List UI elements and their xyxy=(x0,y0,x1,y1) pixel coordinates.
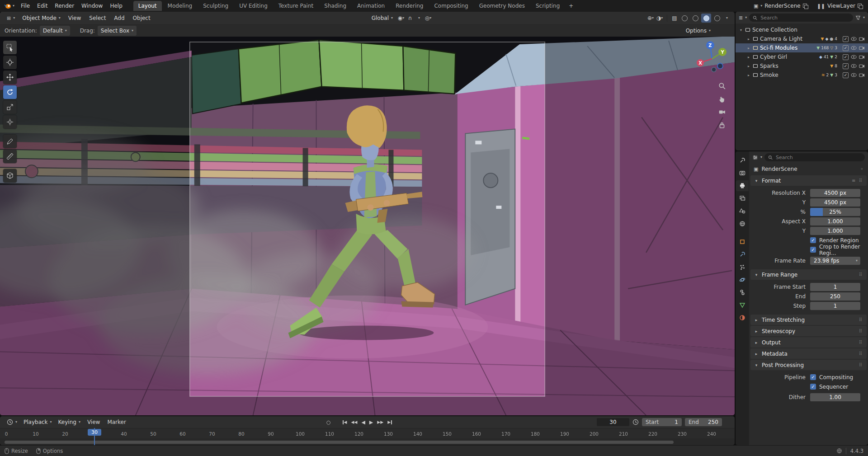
panel-menu-icon[interactable]: ⠿ xyxy=(859,272,863,277)
frame-end-field[interactable]: 250 xyxy=(810,292,860,301)
viewport-menu-view[interactable]: View xyxy=(65,14,85,23)
render-region-checkbox[interactable]: ✓ xyxy=(810,237,816,243)
frame-step-field[interactable]: 1 xyxy=(810,302,860,310)
expand-icon[interactable]: ▸ xyxy=(746,73,751,77)
format-panel-header[interactable]: ▾ Format ≡ ⠿ xyxy=(750,175,867,186)
shading-material-button[interactable] xyxy=(701,14,711,23)
hide-eye-icon[interactable] xyxy=(851,73,857,77)
viewport-menu-object[interactable]: Object xyxy=(129,14,154,23)
play-reverse-button[interactable]: ◀ xyxy=(361,419,365,425)
orientation-dropdown[interactable]: Default▾ xyxy=(40,26,70,36)
tab-scene-properties[interactable] xyxy=(736,206,749,216)
frame-start-field[interactable]: 1 xyxy=(810,283,860,291)
tab-physics-properties[interactable] xyxy=(736,274,749,285)
collection-row-smoke[interactable]: ▸ Smoke ≋ 2 ▼ 3 ✓ xyxy=(736,71,868,80)
tab-modeling[interactable]: Modeling xyxy=(163,1,198,11)
tab-layout[interactable]: Layout xyxy=(133,1,162,11)
expand-icon[interactable]: ▸ xyxy=(746,55,751,59)
proportional-editing-dropdown[interactable]: ◎▾ xyxy=(424,14,432,23)
timeline-editor-type-button[interactable]: ▾ xyxy=(4,418,20,426)
pin-icon[interactable]: ◦ xyxy=(860,166,863,172)
hide-eye-icon[interactable] xyxy=(851,64,857,68)
menu-render[interactable]: Render xyxy=(51,1,78,10)
tool-select-box-button[interactable] xyxy=(3,41,17,54)
dither-field[interactable]: 1.00 xyxy=(810,393,860,401)
aspect-x-field[interactable]: 1.000 xyxy=(810,217,860,226)
keying-menu[interactable]: Keying▾ xyxy=(55,418,84,426)
exclude-checkbox[interactable]: ✓ xyxy=(843,36,849,42)
exclude-checkbox[interactable]: ✓ xyxy=(843,63,849,69)
tool-scale-button[interactable] xyxy=(3,100,17,114)
tab-output-properties[interactable] xyxy=(736,180,749,191)
filter-icon[interactable] xyxy=(855,15,861,20)
drag-dropdown[interactable]: Select Box▾ xyxy=(98,26,137,36)
panel-menu-icon[interactable]: ≡ ⠿ xyxy=(852,178,863,183)
view-layer-name[interactable]: ViewLayer xyxy=(827,3,855,9)
preview-range-icon[interactable] xyxy=(632,419,639,425)
aspect-y-field[interactable]: 1.000 xyxy=(810,227,860,235)
stereoscopy-header[interactable]: ▸Stereoscopy⠿ xyxy=(750,326,867,336)
panel-menu-icon[interactable]: ⠿ xyxy=(859,340,863,345)
disable-render-camera-icon[interactable] xyxy=(859,37,865,41)
lock-view-icon[interactable] xyxy=(718,122,726,129)
tab-object-properties[interactable] xyxy=(736,236,749,247)
tab-sculpting[interactable]: Sculpting xyxy=(198,1,233,11)
menu-help[interactable]: Help xyxy=(106,1,126,10)
expand-icon[interactable]: ▾ xyxy=(739,28,743,32)
panel-menu-icon[interactable]: ⠿ xyxy=(859,329,863,334)
tab-shading[interactable]: Shading xyxy=(319,1,351,11)
frame-range-panel-header[interactable]: ▾ Frame Range ⠿ xyxy=(750,269,867,280)
menu-edit[interactable]: Edit xyxy=(33,1,51,10)
collection-row-camera-light[interactable]: ▸ Camera & Light ▼ ◆ ● 4 ✓ xyxy=(736,34,868,43)
breadcrumb-scene-name[interactable]: RenderScene xyxy=(761,166,797,172)
mode-dropdown[interactable]: Object Mode▾ xyxy=(19,14,64,22)
properties-editor-icon[interactable] xyxy=(752,155,758,160)
transform-orientation-dropdown[interactable]: Global▾ xyxy=(368,14,396,22)
output-header[interactable]: ▸Output⠿ xyxy=(750,337,867,348)
next-keyframe-button[interactable]: ▶▶ xyxy=(377,420,383,424)
tab-object-data-properties[interactable] xyxy=(736,300,749,310)
navigation-gizmo[interactable]: Z Y X xyxy=(694,39,730,75)
exclude-checkbox[interactable]: ✓ xyxy=(843,45,849,51)
tab-texture-paint[interactable]: Texture Paint xyxy=(274,1,318,11)
panel-menu-icon[interactable]: ⠿ xyxy=(859,362,863,367)
hide-eye-icon[interactable] xyxy=(851,46,857,50)
timeline-scrollbar[interactable] xyxy=(5,441,674,444)
auto-keying-button[interactable]: ○ xyxy=(326,419,331,425)
tab-animation[interactable]: Animation xyxy=(352,1,390,11)
tab-scripting[interactable]: Scripting xyxy=(531,1,565,11)
tab-material-properties[interactable] xyxy=(736,312,749,323)
tab-view-layer-properties[interactable] xyxy=(736,193,749,204)
blender-menu-button[interactable]: ▾ xyxy=(4,3,14,9)
disable-render-camera-icon[interactable] xyxy=(859,64,865,68)
start-frame-field[interactable]: Start1 xyxy=(642,418,682,426)
scene-collection-row[interactable]: ▾ Scene Collection xyxy=(736,25,868,34)
tab-constraint-properties[interactable] xyxy=(736,287,749,298)
new-scene-icon[interactable] xyxy=(803,4,808,9)
shading-rendered-button[interactable] xyxy=(712,14,722,23)
tab-modifier-properties[interactable] xyxy=(736,249,749,260)
shading-wireframe-button[interactable] xyxy=(679,14,689,23)
pan-hand-icon[interactable] xyxy=(718,95,726,103)
timeline-track[interactable] xyxy=(0,438,735,445)
pivot-point-dropdown[interactable]: ◉▾ xyxy=(397,14,405,23)
frame-rate-dropdown[interactable]: 23.98 fps▾ xyxy=(810,257,860,265)
tool-move-button[interactable] xyxy=(3,71,17,84)
collection-row-sparks[interactable]: ▸ Sparks ▼ 8 ✓ xyxy=(736,61,868,71)
show-overlays-dropdown[interactable]: ◑▾ xyxy=(656,14,664,23)
play-button[interactable]: ▶ xyxy=(369,419,373,425)
tab-rendering[interactable]: Rendering xyxy=(391,1,428,11)
tool-cursor-button[interactable] xyxy=(3,56,17,69)
tab-render-properties[interactable] xyxy=(736,168,749,179)
playback-menu[interactable]: Playback▾ xyxy=(20,418,55,426)
editor-type-button[interactable]: ⊞▾ xyxy=(4,14,18,22)
tool-add-cube-button[interactable] xyxy=(3,169,17,183)
outliner-search[interactable] xyxy=(749,14,853,22)
tab-world-properties[interactable] xyxy=(736,218,749,229)
hide-eye-icon[interactable] xyxy=(851,37,857,41)
collection-row-cyber-girl[interactable]: ▸ Cyber Girl ◆ 41 ▼ 2 ✓ xyxy=(736,52,868,61)
disable-render-camera-icon[interactable] xyxy=(859,55,865,59)
timeline-menu-marker[interactable]: Marker xyxy=(104,418,129,427)
tab-geometry-nodes[interactable]: Geometry Nodes xyxy=(474,1,530,11)
compositing-checkbox[interactable]: ✓ xyxy=(810,374,816,380)
